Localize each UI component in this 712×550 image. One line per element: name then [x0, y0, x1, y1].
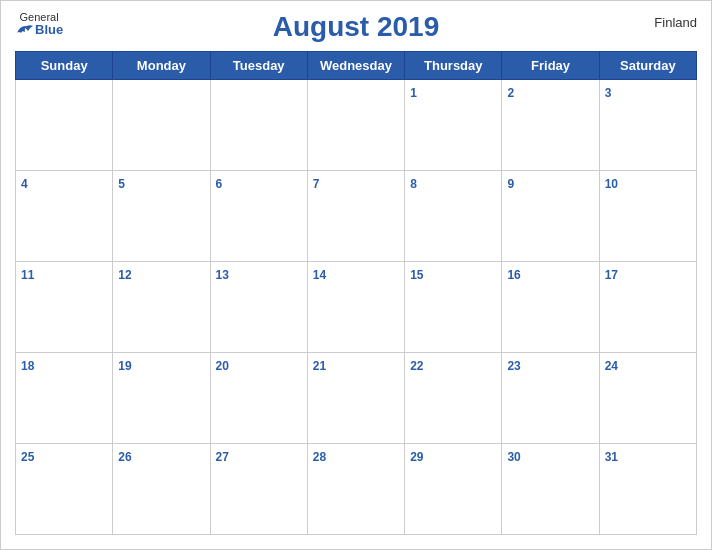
day-number-5: 5 — [118, 177, 125, 191]
day-cell-23: 23 — [502, 353, 599, 444]
week-row-2: 45678910 — [16, 171, 697, 262]
day-cell-13: 13 — [210, 262, 307, 353]
day-cell-26: 26 — [113, 444, 210, 535]
day-cell-20: 20 — [210, 353, 307, 444]
day-number-12: 12 — [118, 268, 131, 282]
day-cell-7: 7 — [307, 171, 404, 262]
day-number-24: 24 — [605, 359, 618, 373]
week-row-3: 11121314151617 — [16, 262, 697, 353]
day-cell-25: 25 — [16, 444, 113, 535]
day-cell-8: 8 — [405, 171, 502, 262]
calendar-container: General Blue August 2019 Finland Sunday … — [0, 0, 712, 550]
day-number-4: 4 — [21, 177, 28, 191]
day-number-29: 29 — [410, 450, 423, 464]
day-cell-16: 16 — [502, 262, 599, 353]
day-number-10: 10 — [605, 177, 618, 191]
day-cell-2: 2 — [502, 80, 599, 171]
day-number-6: 6 — [216, 177, 223, 191]
day-number-2: 2 — [507, 86, 514, 100]
day-cell-22: 22 — [405, 353, 502, 444]
day-number-14: 14 — [313, 268, 326, 282]
day-cell-10: 10 — [599, 171, 696, 262]
week-row-5: 25262728293031 — [16, 444, 697, 535]
empty-cell — [210, 80, 307, 171]
header-monday: Monday — [113, 52, 210, 80]
logo-bird-icon — [15, 23, 33, 37]
header-tuesday: Tuesday — [210, 52, 307, 80]
day-cell-4: 4 — [16, 171, 113, 262]
day-cell-24: 24 — [599, 353, 696, 444]
logo-area: General Blue — [15, 11, 63, 37]
day-cell-21: 21 — [307, 353, 404, 444]
header-saturday: Saturday — [599, 52, 696, 80]
country-label: Finland — [654, 15, 697, 30]
day-number-13: 13 — [216, 268, 229, 282]
day-cell-11: 11 — [16, 262, 113, 353]
header-friday: Friday — [502, 52, 599, 80]
logo-blue-area: Blue — [15, 23, 63, 37]
calendar-header: General Blue August 2019 Finland — [15, 11, 697, 43]
day-number-31: 31 — [605, 450, 618, 464]
day-number-20: 20 — [216, 359, 229, 373]
day-cell-3: 3 — [599, 80, 696, 171]
day-cell-31: 31 — [599, 444, 696, 535]
logo-blue-text: Blue — [35, 23, 63, 37]
header-wednesday: Wednesday — [307, 52, 404, 80]
day-number-8: 8 — [410, 177, 417, 191]
day-cell-14: 14 — [307, 262, 404, 353]
header-thursday: Thursday — [405, 52, 502, 80]
day-number-21: 21 — [313, 359, 326, 373]
calendar-table: Sunday Monday Tuesday Wednesday Thursday… — [15, 51, 697, 535]
day-number-7: 7 — [313, 177, 320, 191]
day-cell-1: 1 — [405, 80, 502, 171]
day-number-27: 27 — [216, 450, 229, 464]
week-row-4: 18192021222324 — [16, 353, 697, 444]
day-cell-18: 18 — [16, 353, 113, 444]
day-number-23: 23 — [507, 359, 520, 373]
day-number-22: 22 — [410, 359, 423, 373]
week-row-1: 123 — [16, 80, 697, 171]
day-number-3: 3 — [605, 86, 612, 100]
day-number-15: 15 — [410, 268, 423, 282]
day-cell-17: 17 — [599, 262, 696, 353]
calendar-title: August 2019 — [273, 11, 440, 43]
empty-cell — [113, 80, 210, 171]
day-number-25: 25 — [21, 450, 34, 464]
day-cell-28: 28 — [307, 444, 404, 535]
empty-cell — [307, 80, 404, 171]
day-number-11: 11 — [21, 268, 34, 282]
day-cell-6: 6 — [210, 171, 307, 262]
day-number-19: 19 — [118, 359, 131, 373]
day-number-18: 18 — [21, 359, 34, 373]
day-number-16: 16 — [507, 268, 520, 282]
weekday-header-row: Sunday Monday Tuesday Wednesday Thursday… — [16, 52, 697, 80]
day-cell-19: 19 — [113, 353, 210, 444]
day-cell-12: 12 — [113, 262, 210, 353]
day-cell-27: 27 — [210, 444, 307, 535]
empty-cell — [16, 80, 113, 171]
day-number-30: 30 — [507, 450, 520, 464]
day-cell-15: 15 — [405, 262, 502, 353]
day-cell-9: 9 — [502, 171, 599, 262]
day-cell-30: 30 — [502, 444, 599, 535]
day-cell-29: 29 — [405, 444, 502, 535]
day-cell-5: 5 — [113, 171, 210, 262]
day-number-28: 28 — [313, 450, 326, 464]
day-number-26: 26 — [118, 450, 131, 464]
day-number-1: 1 — [410, 86, 417, 100]
day-number-17: 17 — [605, 268, 618, 282]
header-sunday: Sunday — [16, 52, 113, 80]
day-number-9: 9 — [507, 177, 514, 191]
